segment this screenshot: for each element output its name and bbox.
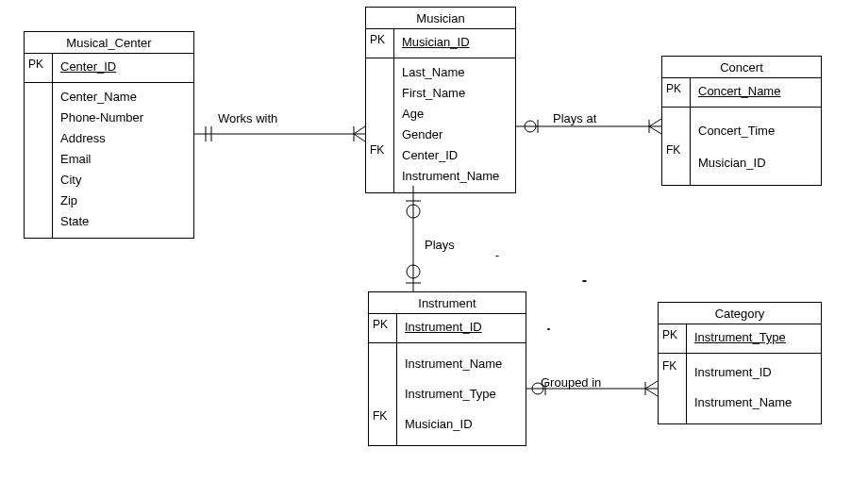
entity-musician: Musician PK Musician_ID FK Last_Name Fir… [365, 7, 516, 193]
rel-label-plays: Plays [425, 238, 455, 252]
svg-line-4 [354, 134, 365, 141]
svg-point-14 [407, 205, 420, 218]
svg-line-21 [645, 389, 658, 396]
svg-line-9 [649, 119, 661, 126]
attr: Instrument_Name [694, 388, 815, 418]
rel-label-works-with: Works with [218, 111, 277, 125]
entity-concert: Concert PK Concert_Name FK Concert_Time … [661, 56, 822, 186]
attr: Instrument_Type [405, 379, 520, 409]
attr: Phone-Number [60, 108, 188, 128]
attr: First_Name [402, 83, 509, 104]
attr: Gender [402, 124, 509, 145]
attr: Instrument_Name [405, 349, 520, 379]
attr: Musician_ID [405, 409, 520, 440]
pk-label: PK [25, 54, 52, 73]
attr: Musician_ID [698, 147, 815, 179]
attr: City [60, 170, 188, 191]
pk-attr: Concert_Name [698, 84, 780, 99]
svg-line-3 [354, 126, 365, 134]
pk-attr: Center_ID [60, 59, 116, 75]
fk-label: FK [366, 140, 393, 158]
pk-label: PK [366, 29, 393, 48]
attr: Instrument_Name [402, 166, 509, 187]
rel-label-plays-at: Plays at [553, 111, 596, 125]
pk-label: PK [662, 78, 690, 97]
svg-point-7 [525, 121, 536, 132]
entity-title: Musician [366, 8, 515, 29]
stray-mark-icon [582, 280, 587, 282]
fk-label: FK [369, 406, 396, 424]
attr: Age [402, 104, 509, 124]
entity-title: Musical_Center [25, 32, 193, 54]
attr: Email [60, 149, 188, 170]
entity-instrument: Instrument PK Instrument_ID FK Instrumen… [368, 291, 526, 446]
attr: Instrument_ID [694, 357, 815, 388]
fk-label: FK [659, 356, 686, 374]
attr: Last_Name [402, 62, 509, 83]
attr: Center_ID [402, 145, 509, 166]
rel-label-grouped-in: Grouped in [541, 375, 601, 390]
entity-title: Instrument [369, 292, 526, 314]
fk-label: FK [662, 140, 690, 158]
entity-category: Category PK Instrument_Type FK Instrumen… [658, 302, 822, 424]
attr: Address [60, 128, 188, 149]
pk-attr: Musician_ID [402, 35, 470, 50]
attr: State [60, 211, 188, 232]
pk-attr: Instrument_ID [405, 320, 482, 335]
attr: Center_Name [60, 87, 188, 108]
stray-mark-icon [547, 328, 550, 330]
pk-label: PK [369, 314, 396, 333]
attr: Zip [60, 191, 188, 211]
entity-musical-center: Musical_Center PK Center_ID Center_Name … [24, 31, 194, 239]
pk-label: PK [659, 324, 686, 343]
entity-title: Concert [662, 57, 821, 78]
attr: Concert_Time [698, 115, 815, 147]
entity-title: Category [659, 303, 821, 324]
stray-mark-icon [495, 256, 499, 257]
pk-attr: Instrument_Type [694, 330, 786, 345]
svg-point-15 [407, 265, 420, 278]
svg-line-10 [649, 126, 661, 134]
svg-line-20 [645, 381, 658, 389]
